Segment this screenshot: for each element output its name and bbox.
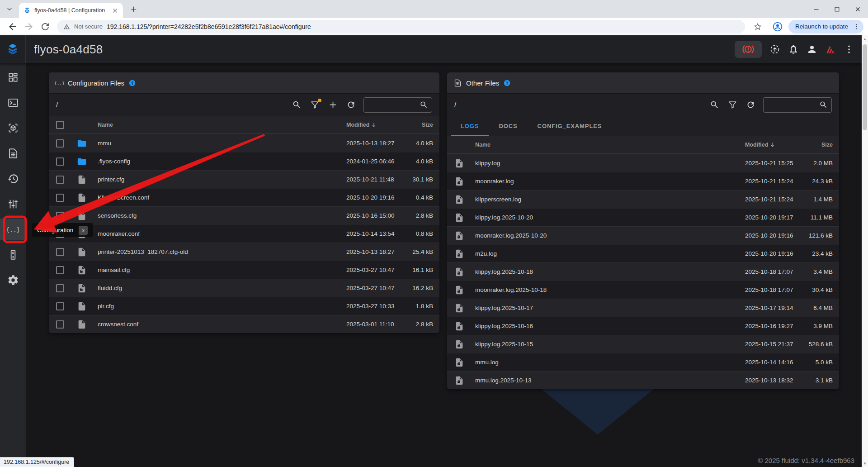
file-row[interactable]: KlipperScreen.conf2025-10-20 19:160.4 kB (49, 188, 439, 206)
row-checkbox[interactable] (56, 176, 64, 184)
help-icon[interactable] (503, 79, 511, 87)
file-row[interactable]: klippy.log.2025-10-202025-10-20 19:1711.… (447, 208, 839, 226)
minimize-window-button[interactable] (806, 0, 826, 18)
sidebar-item-gcode-preview[interactable] (0, 117, 26, 139)
sidebar-item-history[interactable] (0, 168, 26, 190)
file-row[interactable]: mmu.log2025-10-14 14:165.0 kB (447, 353, 839, 371)
new-tab-button[interactable] (128, 4, 138, 14)
file-row[interactable]: klippy.log.2025-10-162025-10-16 19:273.9… (447, 317, 839, 335)
file-row[interactable]: moonraker.log.2025-10-182025-10-18 17:07… (447, 281, 839, 299)
search-input[interactable] (763, 97, 832, 113)
page-scrollbar[interactable]: ▲ ▼ (862, 35, 868, 467)
notifications-button[interactable] (788, 44, 799, 55)
file-row[interactable]: klipperscreen.log2025-10-21 15:241.4 MB (447, 190, 839, 208)
file-row[interactable]: mainsail.cfg2025-03-27 10:4716.1 kB (49, 261, 439, 279)
add-button[interactable] (328, 100, 338, 110)
file-row[interactable]: plr.cfg2025-03-27 10:331.8 kB (49, 297, 439, 315)
scroll-up-arrow[interactable]: ▲ (862, 35, 868, 43)
file-size: 1.8 kB (405, 303, 433, 310)
file-row[interactable]: moonraker.log2025-10-21 15:2424.3 kB (447, 172, 839, 190)
file-row[interactable]: klippy.log.2025-10-152025-10-15 21:37528… (447, 335, 839, 353)
row-checkbox[interactable] (56, 248, 64, 256)
sidebar-item-settings[interactable] (0, 269, 26, 291)
filter-button[interactable] (310, 100, 320, 110)
tooltip-close-chip[interactable]: x (79, 226, 88, 235)
row-checkbox[interactable] (56, 266, 64, 274)
browser-menu-icon[interactable] (853, 23, 860, 30)
refresh-button[interactable] (346, 100, 356, 110)
file-row[interactable]: mmu2025-10-13 18:274.0 kB (49, 134, 439, 152)
column-size[interactable]: Size (405, 122, 433, 128)
column-modified[interactable]: Modified (346, 122, 405, 128)
select-all-checkbox[interactable] (56, 121, 64, 129)
maximize-window-button[interactable] (826, 0, 847, 18)
column-name[interactable]: Name (475, 142, 745, 148)
browser-profile-icon[interactable] (772, 21, 783, 32)
file-row[interactable]: crowsnest.conf2025-03-01 11:102.8 kB (49, 315, 439, 333)
current-path[interactable]: / (56, 101, 58, 109)
file-row[interactable]: .flyos-config2024-01-25 06:464.0 kB (49, 152, 439, 170)
relaunch-to-update-button[interactable]: Relaunch to update (788, 20, 863, 33)
row-checkbox[interactable] (56, 157, 64, 166)
sidebar-item-configuration[interactable]: {..} (0, 219, 26, 240)
sidebar-item-tune[interactable] (0, 193, 26, 215)
forward-icon[interactable] (24, 21, 34, 32)
search-input[interactable] (363, 97, 432, 113)
scrollbar-thumb[interactable] (863, 44, 867, 130)
user-button[interactable] (807, 44, 817, 55)
tab-close-icon[interactable] (112, 7, 118, 14)
help-icon[interactable] (128, 79, 136, 87)
address-bar[interactable]: Not secure 192.168.1.125/?printer=24282e… (57, 20, 745, 33)
file-lock-icon (454, 158, 464, 168)
row-checkbox[interactable] (56, 284, 64, 292)
row-checkbox[interactable] (56, 212, 64, 220)
sidebar-item-console[interactable] (0, 92, 26, 114)
search-button[interactable] (710, 100, 719, 110)
search-button[interactable] (292, 100, 302, 110)
row-checkbox[interactable] (56, 194, 64, 202)
red-brand-button[interactable] (825, 44, 836, 55)
app-logo[interactable] (0, 35, 26, 63)
column-size[interactable]: Size (805, 142, 833, 148)
close-window-button[interactable] (847, 0, 868, 18)
file-row[interactable]: printer-20251013_182707.cfg-old2025-10-1… (49, 243, 439, 261)
file-lock-icon (454, 285, 464, 295)
bookmark-star-icon[interactable] (753, 22, 762, 31)
scroll-down-arrow[interactable]: ▼ (862, 460, 868, 467)
file-row[interactable]: klippy.log.2025-10-182025-10-18 17:073.4… (447, 262, 839, 281)
file-row[interactable]: klippy.log2025-10-21 15:252.0 MB (447, 154, 839, 172)
row-checkbox[interactable] (56, 302, 64, 310)
sidebar-item-jobs[interactable] (0, 143, 26, 164)
file-row[interactable]: mmu.log.2025-10-132025-10-13 18:323.1 kB (447, 371, 839, 389)
row-checkbox[interactable] (56, 320, 64, 329)
refresh-button[interactable] (746, 100, 755, 110)
sidebar-item-dashboard[interactable] (0, 67, 26, 88)
reload-icon[interactable] (40, 21, 51, 32)
file-row[interactable]: printer.cfg2025-10-21 11:4830.1 kB (49, 170, 439, 188)
tab-search-button[interactable] (5, 4, 14, 14)
back-icon[interactable] (7, 21, 18, 32)
file-modified: 2025-10-20 19:16 (745, 232, 805, 239)
file-size: 11.1 MB (805, 214, 833, 221)
file-row[interactable]: klippy.log.2025-10-172025-10-17 19:146.4… (447, 299, 839, 317)
file-row[interactable]: moonraker.log.2025-10-202025-10-20 19:16… (447, 226, 839, 244)
tab-docs[interactable]: DOCS (489, 116, 527, 136)
filter-icon (728, 100, 737, 110)
emergency-stop-button[interactable] (735, 41, 762, 58)
current-path[interactable]: / (454, 101, 456, 109)
filter-button[interactable] (728, 100, 737, 110)
file-modified: 2025-10-21 15:24 (745, 196, 805, 203)
tab-logs[interactable]: LOGS (451, 116, 489, 136)
kebab-button[interactable] (844, 44, 854, 55)
row-checkbox[interactable] (56, 139, 64, 148)
update-status-button[interactable] (769, 44, 780, 55)
file-row[interactable]: fluidd.cfg2025-03-27 10:4716.2 kB (49, 279, 439, 297)
column-name[interactable]: Name (98, 122, 346, 128)
file-row[interactable]: sensorless.cfg2025-10-16 15:002.8 kB (49, 206, 439, 224)
column-modified[interactable]: Modified (745, 142, 805, 148)
sidebar-item-system[interactable] (0, 244, 26, 266)
file-row[interactable]: moonraker.conf2025-10-14 13:540.8 kB (49, 224, 439, 243)
file-row[interactable]: m2u.log2025-10-20 19:1623.4 kB (447, 244, 839, 262)
browser-tab[interactable]: flyos-0a4d58 | Configuration (19, 3, 123, 18)
tab-config_examples[interactable]: CONFIG_EXAMPLES (528, 116, 612, 136)
